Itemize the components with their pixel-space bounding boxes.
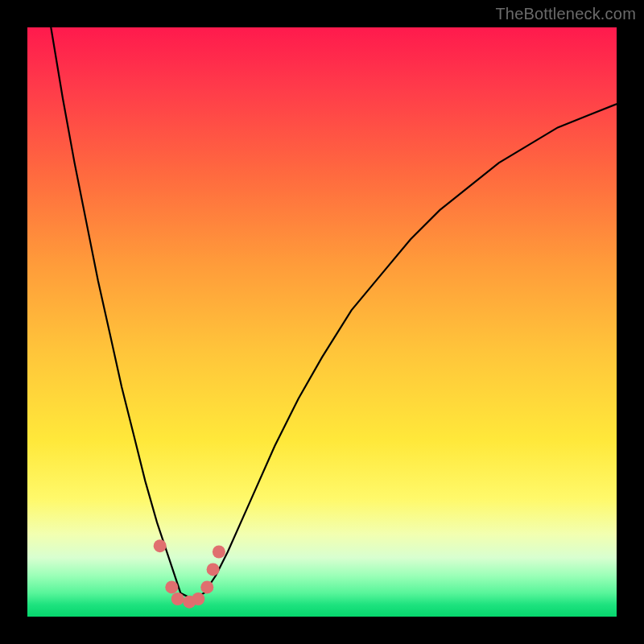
plot-area xyxy=(27,27,617,617)
curve-marker xyxy=(213,546,225,559)
curve-marker xyxy=(207,563,220,576)
bottleneck-curve-path xyxy=(51,27,617,599)
watermark-text: TheBottleneck.com xyxy=(495,5,636,23)
bottleneck-curve-svg xyxy=(27,27,617,617)
curve-marker xyxy=(154,539,167,552)
curve-marker xyxy=(165,580,178,593)
curve-markers xyxy=(154,539,225,609)
chart-frame: TheBottleneck.com xyxy=(0,0,644,644)
curve-marker xyxy=(171,592,184,605)
curve-marker xyxy=(192,592,204,605)
curve-marker xyxy=(200,580,213,593)
